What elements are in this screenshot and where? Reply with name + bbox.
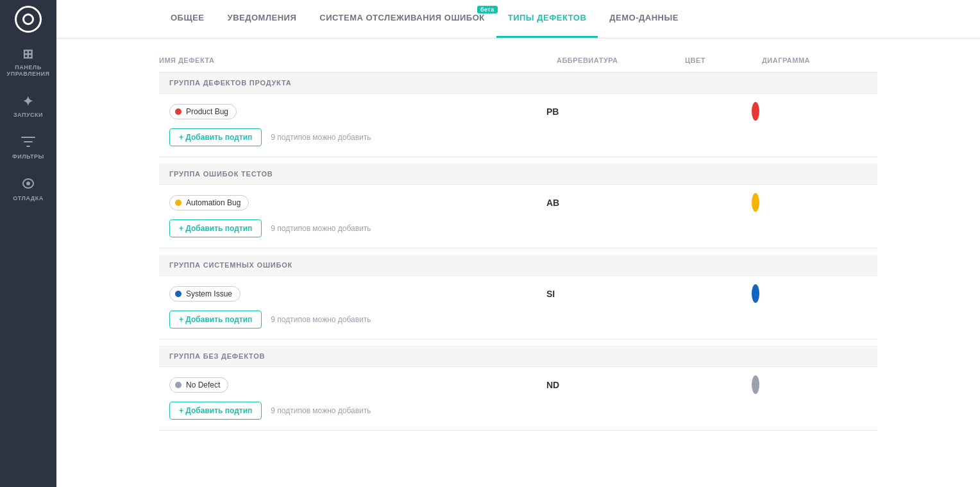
col-abbr: АББРЕВИАТУРА (557, 56, 685, 64)
chip-label-product-bug: Product Bug (186, 107, 228, 116)
dashboard-icon: ⊞ (22, 47, 34, 60)
subtype-info-automation-bugs: 9 подтипов можно добавить (271, 224, 371, 233)
tab-general[interactable]: ОБЩЕЕ (159, 0, 216, 38)
add-row-automation-bugs: + Добавить подтип 9 подтипов можно добав… (169, 219, 867, 237)
group-system-issues: ГРУППА СИСТЕМНЫХ ОШИБОК System Issue SI (159, 255, 877, 339)
defect-diagram-cell (752, 288, 867, 300)
defect-name-cell: No Defect (169, 377, 546, 393)
group-product-bugs: ГРУППА ДЕФЕКТОВ ПРОДУКТА Product Bug PB (159, 73, 877, 157)
group-header-product-bugs: ГРУППА ДЕФЕКТОВ ПРОДУКТА (159, 73, 877, 94)
tab-defect-types[interactable]: ТИПЫ ДЕФЕКТОВ (496, 0, 598, 38)
add-row-system-issues: + Добавить подтип 9 подтипов можно добав… (169, 311, 867, 329)
defect-row: Product Bug PB (169, 104, 867, 119)
sidebar-item-label: ОТЛАДКА (13, 195, 43, 201)
defect-diagram-cell (752, 197, 867, 209)
diagram-product-bug (752, 102, 759, 121)
sidebar-item-debug[interactable]: ОТЛАДКА (0, 169, 56, 210)
filters-icon (21, 136, 35, 150)
defect-name-cell: Product Bug (169, 104, 546, 119)
defect-diagram-cell (752, 379, 867, 391)
diagram-automation-bug (752, 193, 759, 212)
chip-dot-no-defect (175, 382, 182, 388)
defect-chip-product-bug[interactable]: Product Bug (169, 104, 237, 119)
sidebar-item-launches[interactable]: ✦ ЗАПУСКИ (0, 86, 56, 127)
defect-row: System Issue SI (169, 286, 867, 302)
abbr-system-issue: SI (546, 289, 555, 299)
group-body-product-bugs: Product Bug PB + Добавить подтип 9 (159, 94, 877, 157)
defect-row: Automation Bug AB (169, 195, 867, 210)
add-subtype-button-system-issues[interactable]: + Добавить подтип (169, 311, 262, 329)
sidebar-item-filters[interactable]: ФИЛЬТРЫ (0, 127, 56, 169)
abbr-automation-bug: AB (546, 198, 559, 208)
defect-name-cell: Automation Bug (169, 195, 546, 210)
defect-abbr-cell: ND (546, 379, 675, 391)
defect-chip-system-issue[interactable]: System Issue (169, 286, 241, 302)
add-row-no-defect: + Добавить подтип 9 подтипов можно добав… (169, 402, 867, 420)
logo-inner (22, 13, 34, 25)
add-row-product-bugs: + Добавить подтип 9 подтипов можно добав… (169, 128, 867, 146)
defect-row: No Defect ND (169, 377, 867, 393)
defect-abbr-cell: AB (546, 197, 675, 209)
defect-diagram-cell (752, 106, 867, 117)
defect-abbr-cell: PB (546, 106, 675, 117)
sidebar-item-label: ЗАПУСКИ (13, 112, 43, 118)
subtype-info-system-issues: 9 подтипов можно добавить (271, 315, 371, 324)
sidebar-item-label: ФИЛЬТРЫ (12, 153, 44, 160)
main-content: ОБЩЕЕ УВЕДОМЛЕНИЯ СИСТЕМА ОТСЛЕЖИВАНИЯ О… (56, 0, 980, 487)
group-body-automation-bugs: Automation Bug AB + Добавить подтип (159, 185, 877, 248)
group-header-no-defect: ГРУППА БЕЗ ДЕФЕКТОВ (159, 346, 877, 367)
defect-abbr-cell: SI (546, 288, 675, 300)
group-automation-bugs: ГРУППА ОШИБОК ТЕСТОВ Automation Bug AB (159, 164, 877, 248)
chip-label-no-defect: No Defect (186, 380, 220, 389)
tab-bug-tracking[interactable]: СИСТЕМА ОТСЛЕЖИВАНИЯ ОШИБОК бета (308, 0, 496, 38)
defect-chip-no-defect[interactable]: No Defect (169, 377, 228, 393)
add-subtype-button-automation-bugs[interactable]: + Добавить подтип (169, 219, 262, 237)
diagram-no-defect (752, 375, 759, 394)
abbr-no-defect: ND (546, 380, 559, 390)
sidebar-logo (0, 0, 56, 38)
logo-icon (15, 6, 42, 33)
subtype-info-no-defect: 9 подтипов можно добавить (271, 406, 371, 415)
chip-label-system-issue: System Issue (186, 289, 232, 298)
defect-chip-automation-bug[interactable]: Automation Bug (169, 195, 249, 210)
group-header-system-issues: ГРУППА СИСТЕМНЫХ ОШИБОК (159, 255, 877, 276)
group-body-no-defect: No Defect ND + Добавить подтип 9 (159, 367, 877, 431)
group-no-defect: ГРУППА БЕЗ ДЕФЕКТОВ No Defect ND (159, 346, 877, 431)
top-nav: ОБЩЕЕ УВЕДОМЛЕНИЯ СИСТЕМА ОТСЛЕЖИВАНИЯ О… (56, 0, 980, 38)
diagram-system-issue (752, 284, 759, 303)
chip-label-automation-bug: Automation Bug (186, 198, 241, 207)
subtype-info-product-bugs: 9 подтипов можно добавить (271, 133, 371, 142)
svg-point-1 (26, 182, 30, 185)
beta-badge: бета (477, 6, 498, 13)
abbr-product-bug: PB (546, 107, 559, 117)
table-header: ИМЯ ДЕФЕКТА АББРЕВИАТУРА ЦВЕТ ДИАГРАММА (159, 51, 877, 73)
sidebar-item-dashboard[interactable]: ⊞ ПАНЕЛЬ УПРАВЛЕНИЯ (0, 38, 56, 86)
defect-name-cell: System Issue (169, 286, 546, 302)
sidebar: ⊞ ПАНЕЛЬ УПРАВЛЕНИЯ ✦ ЗАПУСКИ ФИЛЬТРЫ ОТ… (0, 0, 56, 487)
group-header-automation-bugs: ГРУППА ОШИБОК ТЕСТОВ (159, 164, 877, 185)
content-area: ИМЯ ДЕФЕКТА АББРЕВИАТУРА ЦВЕТ ДИАГРАММА … (56, 38, 980, 487)
debug-icon (21, 178, 35, 191)
chip-dot-system-issue (175, 291, 182, 297)
sidebar-item-label: ПАНЕЛЬ УПРАВЛЕНИЯ (7, 64, 50, 77)
group-body-system-issues: System Issue SI + Добавить подтип (159, 276, 877, 339)
col-color: ЦВЕТ (685, 56, 762, 64)
col-name: ИМЯ ДЕФЕКТА (159, 56, 557, 64)
col-diagram: ДИАГРАММА (762, 56, 877, 64)
tab-notifications[interactable]: УВЕДОМЛЕНИЯ (216, 0, 308, 38)
launches-icon: ✦ (22, 95, 34, 108)
add-subtype-button-product-bugs[interactable]: + Добавить подтип (169, 128, 262, 146)
add-subtype-button-no-defect[interactable]: + Добавить подтип (169, 402, 262, 420)
tab-demo-data[interactable]: ДЕМО-ДАННЫЕ (598, 0, 690, 38)
chip-dot-product-bug (175, 108, 182, 115)
chip-dot-automation-bug (175, 200, 182, 206)
